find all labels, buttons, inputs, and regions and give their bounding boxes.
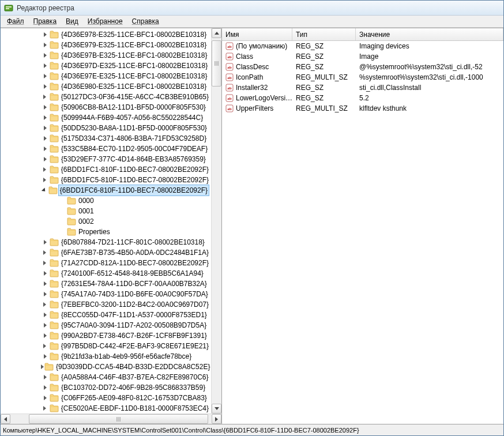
value-row[interactable]: abUpperFiltersREG_MULTI_SZklfltdev ksthu… xyxy=(222,103,503,114)
expand-icon[interactable] xyxy=(41,103,49,111)
value-row[interactable]: abInstaller32REG_SZsti_ci.dll,ClassInsta… xyxy=(222,82,503,93)
menu-favorites[interactable]: Избранное xyxy=(84,16,127,27)
col-header-value[interactable]: Значение xyxy=(356,28,503,40)
expand-icon[interactable] xyxy=(41,238,49,246)
tree-row[interactable]: {9b21fd3a-b1ab-4eb9-956f-e56acfe78bce} xyxy=(1,351,211,362)
collapse-icon[interactable] xyxy=(41,186,48,194)
expand-icon[interactable] xyxy=(41,145,49,153)
expand-icon[interactable] xyxy=(41,363,44,371)
tree-item-label: {990A2BD7-E738-46C7-B26F-1CF8FB9F1391} xyxy=(61,330,207,341)
tree-row[interactable]: {71A27CDD-812A-11D0-BEC7-08002BE2092F} xyxy=(1,258,211,268)
expand-icon[interactable] xyxy=(41,155,49,163)
expand-icon[interactable] xyxy=(41,373,49,381)
expand-icon[interactable] xyxy=(41,114,49,122)
tree-row[interactable]: {4D36E979-E325-11CE-BFC1-08002BE10318} xyxy=(1,40,211,50)
tree-row[interactable]: {5099944A-F6B9-4057-A056-8C550228544C} xyxy=(1,112,211,123)
tree-row[interactable]: {6BDD1FC5-810F-11D0-BEC7-08002BE2092F} xyxy=(1,175,211,185)
expand-icon[interactable] xyxy=(41,290,49,298)
expand-icon[interactable] xyxy=(41,72,49,80)
tree-row[interactable]: 0001 xyxy=(1,206,211,216)
tree-row[interactable]: {7240100F-6512-4548-8418-9EBB5C6A1A94} xyxy=(1,268,211,279)
values-list[interactable]: ab(По умолчанию)REG_SZImaging devicesabC… xyxy=(222,41,503,424)
value-row[interactable]: abIconPathREG_MULTI_SZ%systemroot%\syste… xyxy=(222,72,503,82)
expand-icon[interactable] xyxy=(41,321,49,329)
expand-icon[interactable] xyxy=(41,311,49,319)
expand-icon[interactable] xyxy=(41,41,49,49)
tree-row[interactable]: {533C5B84-EC70-11D2-9505-00C04F79DEAF} xyxy=(1,144,211,154)
registry-tree[interactable]: {4D36E978-E325-11CE-BFC1-08002BE10318}{4… xyxy=(1,28,211,414)
menu-view[interactable]: Вид xyxy=(62,16,82,27)
tree-row[interactable]: {BC103702-DD72-406F-9B28-95C868337B59} xyxy=(1,382,211,393)
expand-icon[interactable] xyxy=(41,249,49,257)
value-row[interactable]: abClassDescREG_SZ@%systemroot%\system32\… xyxy=(222,62,503,72)
tree-row[interactable]: {8ECC055D-047F-11D1-A537-0000F8753ED1} xyxy=(1,310,211,320)
value-row[interactable]: abLowerLogoVersi…REG_SZ5.2 xyxy=(222,93,503,103)
expand-icon[interactable] xyxy=(41,384,49,392)
menu-file[interactable]: Файл xyxy=(3,16,28,27)
tree-row[interactable]: {50127DC3-0F36-415E-A6CC-4CB3BE910B65} xyxy=(1,92,211,102)
tree-row[interactable]: {6FAE73B7-B735-4B50-A0DA-0DC2484B1F1A} xyxy=(1,247,211,258)
scroll-left-button[interactable] xyxy=(1,414,10,424)
tree-row[interactable]: {72631E54-78A4-11D0-BCF7-00AA00B7B32A} xyxy=(1,279,211,289)
tree-row[interactable]: {6BDD1FC6-810F-11D0-BEC7-08002BE2092F} xyxy=(1,185,211,196)
expand-icon[interactable] xyxy=(41,404,49,412)
scroll-down-button[interactable] xyxy=(212,404,221,414)
tree-row[interactable]: {6BDD1FC1-810F-11D0-BEC7-08002BE2092F} xyxy=(1,164,211,175)
tree-row[interactable]: {A0A588A4-C46F-4B37-B7EA-C82FE89870C6} xyxy=(1,372,211,382)
tree-row[interactable]: {4D36E97D-E325-11CE-BFC1-08002BE10318} xyxy=(1,61,211,71)
tree-row[interactable]: {4D36E978-E325-11CE-BFC1-08002BE10318} xyxy=(1,29,211,40)
value-row[interactable]: ab(По умолчанию)REG_SZImaging devices xyxy=(222,41,503,51)
tree-row[interactable]: {6D807884-7D21-11CF-801C-08002BE10318} xyxy=(1,237,211,247)
expand-icon[interactable] xyxy=(41,352,49,360)
tree-row[interactable]: {CE5020AE-EBDF-11D0-B181-0000F8753EC4} xyxy=(1,403,211,414)
expand-icon[interactable] xyxy=(41,31,49,39)
tree-row[interactable]: {4D36E97B-E325-11CE-BFC1-08002BE10318} xyxy=(1,50,211,61)
tree-vscrollbar[interactable] xyxy=(211,28,221,414)
tree-hscrollbar[interactable] xyxy=(1,414,221,424)
col-header-type[interactable]: Тип xyxy=(292,28,356,40)
expand-icon[interactable] xyxy=(41,332,49,340)
tree-row[interactable]: {50DD5230-BA8A-11D1-BF5D-0000F805F530} xyxy=(1,123,211,133)
expand-icon[interactable] xyxy=(41,342,49,350)
value-type: REG_SZ xyxy=(292,63,356,71)
tree-row[interactable]: {53D29EF7-377C-4D14-864B-EB3A85769359} xyxy=(1,154,211,164)
expand-icon[interactable] xyxy=(41,93,49,101)
tree-row[interactable]: 0002 xyxy=(1,216,211,227)
expand-icon[interactable] xyxy=(41,176,49,184)
expand-icon[interactable] xyxy=(41,82,49,91)
tree-row[interactable]: {5175D334-C371-4806-B3BA-71FD53C9258D} xyxy=(1,133,211,144)
expand-icon[interactable] xyxy=(41,134,49,142)
tree-row[interactable]: {997B5D8D-C442-4F2E-BAF3-9C8E671E9E21} xyxy=(1,341,211,351)
tree-row[interactable]: {4D36E980-E325-11CE-BFC1-08002BE10318} xyxy=(1,81,211,92)
tree-row[interactable]: {990A2BD7-E738-46C7-B26F-1CF8FB9F1391} xyxy=(1,330,211,341)
scroll-thumb-h[interactable] xyxy=(29,414,208,424)
scroll-track-h[interactable] xyxy=(10,414,212,424)
tree-row[interactable]: {C06FF265-AE09-48F0-812C-16753D7CBA83} xyxy=(1,393,211,403)
expand-icon[interactable] xyxy=(41,269,49,277)
tree-row[interactable]: {745A17A0-74D3-11D0-B6FE-00A0C90F57DA} xyxy=(1,289,211,299)
scroll-track[interactable] xyxy=(212,38,221,404)
tree-row[interactable]: Properties xyxy=(1,227,211,237)
expand-icon[interactable] xyxy=(41,166,49,174)
scroll-up-button[interactable] xyxy=(212,28,221,38)
string-value-icon: ab xyxy=(225,63,234,71)
expand-icon[interactable] xyxy=(41,259,49,267)
expand-icon[interactable] xyxy=(41,280,49,288)
expand-icon[interactable] xyxy=(41,124,49,132)
value-row[interactable]: abClassREG_SZImage xyxy=(222,51,503,62)
tree-row[interactable]: 0000 xyxy=(1,196,211,206)
menu-edit[interactable]: Правка xyxy=(29,16,61,27)
expand-icon[interactable] xyxy=(41,62,49,70)
tree-row[interactable]: {9D3039DD-CCA5-4B4D-B33D-E2DDC8A8C52E} xyxy=(1,362,211,372)
scroll-right-button[interactable] xyxy=(212,414,221,424)
scroll-thumb[interactable] xyxy=(212,40,221,87)
expand-icon[interactable] xyxy=(41,300,49,309)
tree-row[interactable]: {7EBEFBC0-3200-11D2-B4C2-00A0C9697D07} xyxy=(1,299,211,310)
tree-row[interactable]: {4D36E97E-E325-11CE-BFC1-08002BE10318} xyxy=(1,71,211,81)
menu-help[interactable]: Справка xyxy=(128,16,163,27)
tree-row[interactable]: {50906CB8-BA12-11D1-BF5D-0000F805F530} xyxy=(1,102,211,112)
tree-row[interactable]: {95C7A0A0-3094-11D7-A202-00508B9D7D5A} xyxy=(1,320,211,330)
expand-icon[interactable] xyxy=(41,394,49,402)
col-header-name[interactable]: Имя xyxy=(222,28,292,40)
expand-icon[interactable] xyxy=(41,51,49,59)
